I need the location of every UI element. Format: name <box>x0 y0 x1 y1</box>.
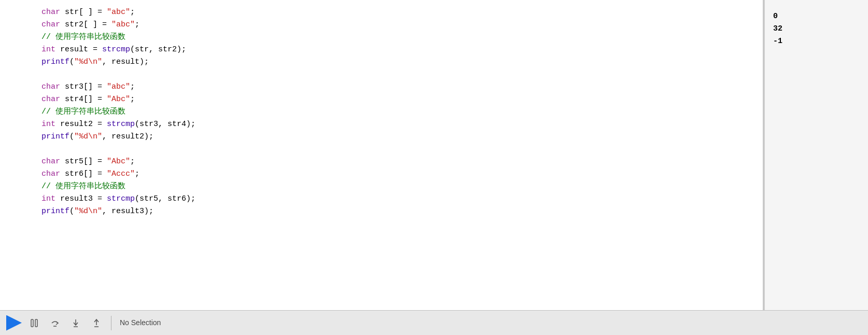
code-line: // 使用字符串比较函数 <box>41 31 763 44</box>
output-panel: 032-1 <box>764 0 868 310</box>
step-out-icon <box>91 318 102 328</box>
code-line: int result2 = strcmp(str3, str4); <box>41 118 763 131</box>
step-into-icon <box>71 318 81 328</box>
step-over-button[interactable] <box>47 315 63 331</box>
svg-rect-0 <box>31 319 33 327</box>
pause-icon <box>29 318 39 328</box>
code-line: char str4[] = "Abc"; <box>41 93 763 106</box>
code-line: char str3[] = "abc"; <box>41 81 763 93</box>
code-line: char str2[ ] = "abc"; <box>41 19 763 31</box>
toolbar-separator <box>111 316 111 330</box>
pause-button[interactable] <box>26 315 43 331</box>
svg-rect-1 <box>35 319 37 327</box>
step-into-button[interactable] <box>67 315 84 331</box>
code-line: char str6[] = "Accc"; <box>41 168 763 180</box>
code-line: // 使用字符串比较函数 <box>41 106 763 118</box>
code-editor: char str[ ] = "abc";char str2[ ] = "abc"… <box>0 0 763 310</box>
code-line: printf("%d\n", result2); <box>41 131 763 143</box>
output-values: 032-1 <box>773 10 860 48</box>
code-line: char str5[] = "Abc"; <box>41 156 763 168</box>
code-line: int result3 = strcmp(str5, str6); <box>41 193 763 205</box>
code-line: char str[ ] = "abc"; <box>41 6 763 19</box>
step-over-icon <box>50 318 60 328</box>
panel-divider <box>763 0 764 310</box>
code-line: printf("%d\n", result3); <box>41 205 763 218</box>
main-container: char str[ ] = "abc";char str2[ ] = "abc"… <box>0 0 868 335</box>
code-line: printf("%d\n", result); <box>41 56 763 68</box>
code-area: char str[ ] = "abc";char str2[ ] = "abc"… <box>0 0 868 310</box>
run-button[interactable] <box>6 315 22 331</box>
code-line: // 使用字符串比较函数 <box>41 180 763 193</box>
toolbar: No Selection <box>0 310 868 335</box>
code-line: int result = strcmp(str, str2); <box>41 44 763 56</box>
output-line: -1 <box>773 35 860 48</box>
status-label: No Selection <box>120 317 161 329</box>
output-line: 32 <box>773 23 860 35</box>
output-line: 0 <box>773 10 860 23</box>
step-out-button[interactable] <box>88 315 105 331</box>
